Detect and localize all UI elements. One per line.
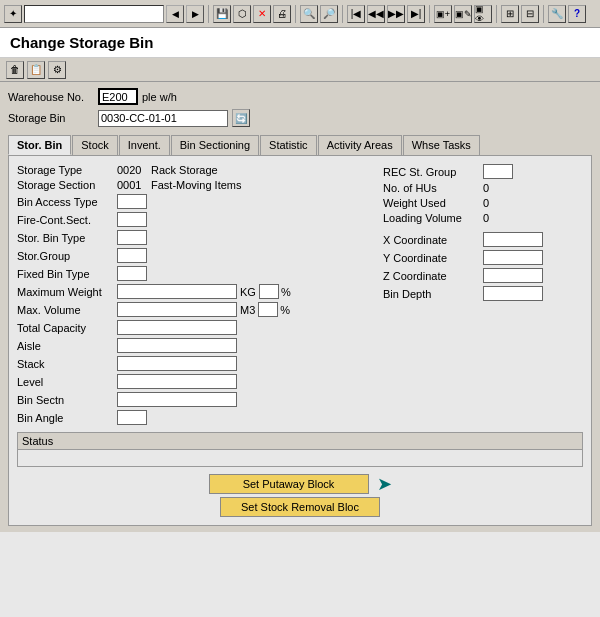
aisle-label: Aisle bbox=[17, 340, 117, 352]
find-icon[interactable]: 🔍 bbox=[300, 5, 318, 23]
storage-bin-input[interactable] bbox=[98, 110, 228, 127]
storage-bin-row: Storage Bin 🔄 bbox=[8, 109, 592, 127]
copy-icon[interactable]: 📋 bbox=[27, 61, 45, 79]
loading-volume-value: 0 bbox=[483, 212, 489, 224]
stack-input[interactable] bbox=[117, 356, 237, 371]
page-title: Change Storage Bin bbox=[10, 34, 590, 51]
back-icon[interactable]: ◀ bbox=[166, 5, 184, 23]
bin-depth-row: Bin Depth bbox=[383, 286, 583, 301]
fixed-bin-type-label: Fixed Bin Type bbox=[17, 268, 117, 280]
storage-bin-lookup-icon[interactable]: 🔄 bbox=[232, 109, 250, 127]
z-coord-row: Z Coordinate bbox=[383, 268, 583, 283]
storage-type-value: 0020 bbox=[117, 164, 147, 176]
volume-pct-input[interactable] bbox=[258, 302, 278, 317]
set-stock-removal-button[interactable]: Set Stock Removal Bloc bbox=[220, 497, 380, 517]
rec-st-group-input[interactable] bbox=[483, 164, 513, 179]
warehouse-desc: ple w/h bbox=[142, 91, 177, 103]
aisle-input[interactable] bbox=[117, 338, 237, 353]
bin-sectn-input[interactable] bbox=[117, 392, 237, 407]
storage-section-row: Storage Section 0001 Fast-Moving Items bbox=[17, 179, 375, 191]
bottom-buttons: Set Putaway Block ➤ Set Stock Removal Bl… bbox=[17, 473, 583, 517]
max-weight-row: Maximum Weight KG % bbox=[17, 284, 375, 299]
storage-type-label: Storage Type bbox=[17, 164, 117, 176]
grid1-icon[interactable]: ⊞ bbox=[501, 5, 519, 23]
tab-activity-areas[interactable]: Activity Areas bbox=[318, 135, 402, 155]
title-bar: Change Storage Bin bbox=[0, 28, 600, 58]
shortcut-icon[interactable]: ⬡ bbox=[233, 5, 251, 23]
customise-icon[interactable]: 🔧 bbox=[548, 5, 566, 23]
z-coord-input[interactable] bbox=[483, 268, 543, 283]
tab-stor-bin[interactable]: Stor. Bin bbox=[8, 135, 71, 155]
weight-pct-sym: % bbox=[281, 286, 291, 298]
bin-angle-input[interactable] bbox=[117, 410, 147, 425]
left-column: Storage Type 0020 Rack Storage Storage S… bbox=[17, 164, 375, 428]
level-input[interactable] bbox=[117, 374, 237, 389]
stor-bin-type-label: Stor. Bin Type bbox=[17, 232, 117, 244]
right-column: REC St. Group No. of HUs 0 Weight Used 0… bbox=[383, 164, 583, 428]
max-volume-input[interactable] bbox=[117, 302, 237, 317]
print-icon[interactable]: 🖨 bbox=[273, 5, 291, 23]
total-capacity-label: Total Capacity bbox=[17, 322, 117, 334]
system-menu-icon[interactable]: ✦ bbox=[4, 5, 22, 23]
forward-icon[interactable]: ▶ bbox=[186, 5, 204, 23]
display-icon[interactable]: ▣👁 bbox=[474, 5, 492, 23]
bin-angle-row: Bin Angle bbox=[17, 410, 375, 425]
loading-volume-label: Loading Volume bbox=[383, 212, 483, 224]
storage-section-label: Storage Section bbox=[17, 179, 117, 191]
storage-section-desc: Fast-Moving Items bbox=[151, 179, 241, 191]
create-icon[interactable]: ▣+ bbox=[434, 5, 452, 23]
loading-volume-row: Loading Volume 0 bbox=[383, 212, 583, 224]
fire-cont-sect-input[interactable] bbox=[117, 212, 147, 227]
settings-icon[interactable]: ⚙ bbox=[48, 61, 66, 79]
first-icon[interactable]: |◀ bbox=[347, 5, 365, 23]
x-coord-row: X Coordinate bbox=[383, 232, 583, 247]
grid2-icon[interactable]: ⊟ bbox=[521, 5, 539, 23]
bin-depth-input[interactable] bbox=[483, 286, 543, 301]
bin-access-type-input[interactable] bbox=[117, 194, 147, 209]
x-coord-input[interactable] bbox=[483, 232, 543, 247]
fire-cont-sect-label: Fire-Cont.Sect. bbox=[17, 214, 117, 226]
status-content bbox=[18, 450, 582, 466]
stor-bin-type-row: Stor. Bin Type bbox=[17, 230, 375, 245]
y-coord-row: Y Coordinate bbox=[383, 250, 583, 265]
weight-unit: KG bbox=[240, 286, 256, 298]
bin-sectn-label: Bin Sectn bbox=[17, 394, 117, 406]
tab-bin-sectioning[interactable]: Bin Sectioning bbox=[171, 135, 259, 155]
main-content: Warehouse No. ple w/h Storage Bin 🔄 Stor… bbox=[0, 82, 600, 532]
stor-group-label: Stor.Group bbox=[17, 250, 117, 262]
volume-unit: M3 bbox=[240, 304, 255, 316]
tab-statistic[interactable]: Statistic bbox=[260, 135, 317, 155]
last-icon[interactable]: ▶| bbox=[407, 5, 425, 23]
fire-cont-sect-row: Fire-Cont.Sect. bbox=[17, 212, 375, 227]
y-coord-label: Y Coordinate bbox=[383, 252, 483, 264]
help-icon[interactable]: ? bbox=[568, 5, 586, 23]
prev-icon[interactable]: ◀◀ bbox=[367, 5, 385, 23]
tab-stock[interactable]: Stock bbox=[72, 135, 118, 155]
command-input[interactable] bbox=[24, 5, 164, 23]
stack-label: Stack bbox=[17, 358, 117, 370]
warehouse-row: Warehouse No. ple w/h bbox=[8, 88, 592, 105]
main-toolbar: ✦ ◀ ▶ 💾 ⬡ ✕ 🖨 🔍 🔎 |◀ ◀◀ ▶▶ ▶| ▣+ ▣✎ ▣👁 ⊞… bbox=[0, 0, 600, 28]
bin-sectn-row: Bin Sectn bbox=[17, 392, 375, 407]
tab-content: Storage Type 0020 Rack Storage Storage S… bbox=[8, 155, 592, 526]
storage-section-value: 0001 bbox=[117, 179, 147, 191]
fixed-bin-type-input[interactable] bbox=[117, 266, 147, 281]
change-icon[interactable]: ▣✎ bbox=[454, 5, 472, 23]
delete-icon[interactable]: 🗑 bbox=[6, 61, 24, 79]
set-putaway-block-button[interactable]: Set Putaway Block bbox=[209, 474, 369, 494]
next-icon[interactable]: ▶▶ bbox=[387, 5, 405, 23]
y-coord-input[interactable] bbox=[483, 250, 543, 265]
save-icon[interactable]: 💾 bbox=[213, 5, 231, 23]
tab-invent[interactable]: Invent. bbox=[119, 135, 170, 155]
tab-whse-tasks[interactable]: Whse Tasks bbox=[403, 135, 480, 155]
max-weight-input[interactable] bbox=[117, 284, 237, 299]
stor-group-input[interactable] bbox=[117, 248, 147, 263]
warehouse-input[interactable] bbox=[98, 88, 138, 105]
find-next-icon[interactable]: 🔎 bbox=[320, 5, 338, 23]
stor-group-row: Stor.Group bbox=[17, 248, 375, 263]
cancel-icon[interactable]: ✕ bbox=[253, 5, 271, 23]
stor-bin-type-input[interactable] bbox=[117, 230, 147, 245]
total-capacity-input[interactable] bbox=[117, 320, 237, 335]
weight-pct-input[interactable] bbox=[259, 284, 279, 299]
status-label: Status bbox=[18, 433, 582, 450]
